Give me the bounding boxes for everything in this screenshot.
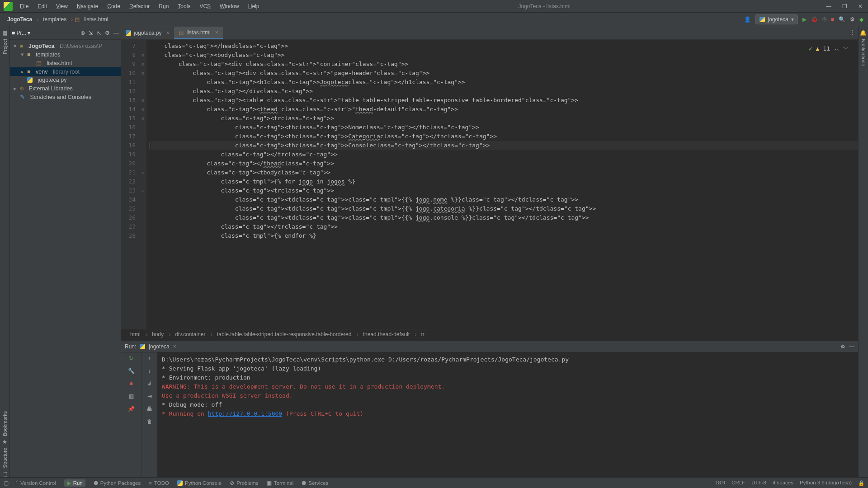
tree-file-listas[interactable]: ▤ listas.html bbox=[10, 59, 121, 67]
search-button[interactable] bbox=[839, 16, 845, 23]
scroll-icon[interactable]: ⇥ bbox=[147, 393, 152, 399]
main-menu: File Edit View Navigate Code Refactor Ru… bbox=[16, 1, 263, 11]
run-header: Run: jogoteca × — bbox=[121, 341, 858, 352]
hide-panel-button[interactable]: — bbox=[113, 30, 119, 36]
wrench-icon[interactable]: 🔧 bbox=[128, 368, 135, 374]
tab-listas-html[interactable]: ▤listas.html× bbox=[174, 27, 223, 39]
run-tab-name[interactable]: jogoteca bbox=[149, 343, 169, 350]
menu-tools[interactable]: Tools bbox=[174, 1, 194, 11]
crumb-table[interactable]: table.table.table-striped.table-responsi… bbox=[217, 331, 359, 338]
tree-folder-templates[interactable]: ▾■ templates bbox=[10, 50, 121, 59]
expand-icon[interactable]: ⇲ bbox=[89, 30, 93, 36]
menu-refactor[interactable]: Refactor bbox=[126, 1, 153, 11]
status-py-console[interactable]: Python Console bbox=[177, 479, 222, 487]
layout-icon[interactable]: ▥ bbox=[129, 393, 134, 399]
chevron-up-icon[interactable]: ︿ bbox=[834, 44, 840, 53]
main-content: ▦ Project Bookmarks ★ Structure ⬚ ■ Pr..… bbox=[0, 26, 868, 477]
chevron-down-icon: ▾ bbox=[791, 16, 794, 23]
crumb-div[interactable]: div.container bbox=[175, 331, 212, 338]
stop-button[interactable]: ■ bbox=[831, 16, 834, 23]
menu-file[interactable]: File bbox=[16, 1, 32, 11]
debug-button[interactable] bbox=[811, 16, 818, 23]
crumb-thead[interactable]: thead.thead-default bbox=[363, 331, 417, 338]
tab-more-icon[interactable]: ⋮ bbox=[850, 29, 855, 35]
tool-window-quick-icon[interactable]: ▢ bbox=[4, 480, 9, 486]
structure-icon[interactable]: ⬚ bbox=[2, 471, 7, 477]
coverage-button[interactable]: ⧁ bbox=[822, 16, 826, 23]
run-button[interactable]: ▶ bbox=[802, 16, 807, 23]
menu-navigate[interactable]: Navigate bbox=[73, 1, 102, 11]
structure-label[interactable]: Structure bbox=[2, 445, 8, 471]
menu-run[interactable]: Run bbox=[155, 1, 172, 11]
collapse-icon[interactable]: ⇱ bbox=[97, 30, 101, 36]
code-content[interactable]: class="c-tag"></headclass="c-tag">> clas… bbox=[146, 40, 858, 329]
chevron-icon: › bbox=[37, 16, 38, 23]
tree-folder-venv[interactable]: ▸■ venv library root bbox=[10, 67, 121, 76]
status-todo[interactable]: ≡TODO bbox=[149, 479, 169, 487]
html-file-icon: ▤ bbox=[75, 16, 80, 23]
close-icon[interactable]: × bbox=[215, 29, 218, 36]
status-problems[interactable]: ⊘Problems bbox=[230, 479, 259, 487]
rerun-button[interactable]: ↻ bbox=[129, 355, 133, 361]
tree-ext-libraries[interactable]: ▸⎋ External Libraries bbox=[10, 84, 121, 93]
up-icon[interactable]: ↑ bbox=[148, 355, 151, 361]
notifications-label[interactable]: Notifications bbox=[861, 36, 866, 69]
settings-button[interactable] bbox=[850, 16, 855, 23]
menu-help[interactable]: Help bbox=[245, 1, 263, 11]
menu-window[interactable]: Window bbox=[216, 1, 243, 11]
crumb-body[interactable]: body bbox=[152, 331, 170, 338]
print-icon[interactable]: 🖶 bbox=[147, 406, 152, 412]
stop-button[interactable]: ■ bbox=[129, 380, 132, 387]
status-py-packages[interactable]: ⬢Python Packages bbox=[94, 479, 141, 487]
line-sep[interactable]: CRLF bbox=[731, 480, 745, 486]
project-tool-button[interactable]: ▦ bbox=[2, 30, 7, 36]
close-icon[interactable]: × bbox=[166, 30, 169, 36]
bookmarks-icon[interactable]: ★ bbox=[2, 439, 7, 445]
toolbox-icon[interactable]: ◆ bbox=[859, 16, 863, 23]
tree-root[interactable]: ▾■ JogoTeca D:\Users\rozas\P bbox=[10, 42, 121, 50]
target-icon[interactable]: ⊚ bbox=[80, 30, 85, 36]
close-icon[interactable]: × bbox=[173, 343, 176, 350]
breadcrumb-folder[interactable]: templates bbox=[40, 15, 69, 23]
chevron-down-icon[interactable]: ﹀ bbox=[843, 44, 849, 53]
hide-run-button[interactable]: — bbox=[849, 343, 854, 350]
breadcrumb-root[interactable]: JogoTeca bbox=[5, 15, 35, 23]
indent[interactable]: 4 spaces bbox=[773, 480, 793, 486]
menu-code[interactable]: Code bbox=[104, 1, 124, 11]
status-services[interactable]: ⬣Services bbox=[302, 479, 328, 487]
status-run[interactable]: ▶Run bbox=[64, 479, 85, 487]
trash-icon[interactable]: 🗑 bbox=[147, 418, 152, 425]
cursor-pos[interactable]: 18:9 bbox=[715, 480, 725, 486]
status-vcs[interactable]: ᚶVersion Control bbox=[15, 479, 56, 487]
menu-edit[interactable]: Edit bbox=[34, 1, 51, 11]
menu-view[interactable]: View bbox=[52, 1, 71, 11]
bell-icon[interactable]: 🔔 bbox=[860, 30, 867, 36]
code-editor[interactable]: 7891011121314151617181920212223242526272… bbox=[121, 40, 858, 329]
down-icon[interactable]: ↓ bbox=[148, 368, 151, 374]
menu-vcs[interactable]: VCS bbox=[196, 1, 214, 11]
gear-icon[interactable] bbox=[105, 30, 110, 36]
inspection-widget[interactable]: ✔ ▲ 11 ︿ ﹀ bbox=[809, 44, 849, 53]
encoding[interactable]: UTF-8 bbox=[751, 480, 766, 486]
wrap-icon[interactable]: ↲ bbox=[147, 380, 152, 387]
breadcrumb-file[interactable]: listas.html bbox=[81, 15, 111, 23]
pin-icon[interactable]: 📌 bbox=[128, 406, 135, 412]
bookmarks-label[interactable]: Bookmarks bbox=[2, 408, 8, 439]
tree-scratches[interactable]: ✎ Scratches and Consoles bbox=[10, 93, 121, 101]
maximize-button[interactable]: ❐ bbox=[842, 3, 847, 9]
crumb-tr[interactable]: tr bbox=[421, 331, 428, 338]
status-terminal[interactable]: ▣Terminal bbox=[267, 479, 293, 487]
tree-file-jogoteca[interactable]: jogoteca.py bbox=[10, 76, 121, 84]
tab-jogoteca-py[interactable]: jogoteca.py× bbox=[121, 27, 174, 39]
run-console[interactable]: D:\Users\rozas\PycharmProjects\JogoTeca\… bbox=[157, 352, 858, 477]
interpreter[interactable]: Python 3.9 (JogoTeca) bbox=[800, 480, 852, 486]
user-icon[interactable] bbox=[744, 16, 751, 23]
project-label[interactable]: Project bbox=[2, 36, 8, 57]
minimize-button[interactable]: — bbox=[826, 3, 831, 9]
crumb-html[interactable]: html bbox=[130, 331, 147, 338]
close-button[interactable]: ✕ bbox=[858, 3, 863, 9]
lock-icon[interactable]: 🔒 bbox=[858, 480, 864, 486]
run-config-selector[interactable]: jogoteca ▾ bbox=[755, 14, 797, 24]
gear-icon[interactable] bbox=[840, 343, 845, 350]
project-selector[interactable]: ■ Pr... ▾ bbox=[12, 30, 30, 36]
